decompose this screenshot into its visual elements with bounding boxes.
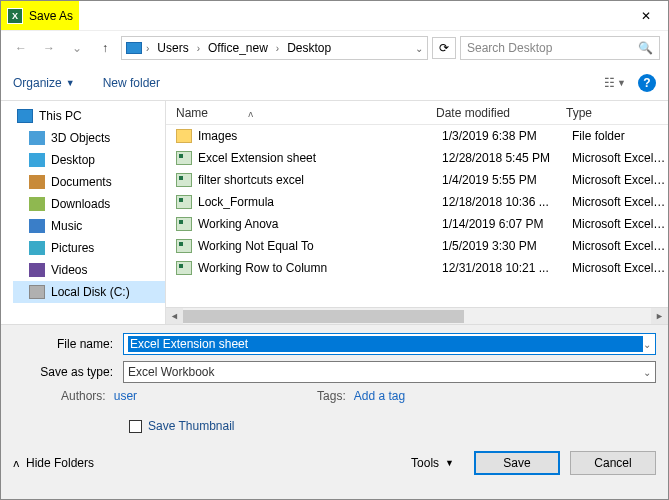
organize-button[interactable]: Organize ▼ [13,76,75,90]
breadcrumb-desktop[interactable]: Desktop [283,39,335,57]
tools-label: Tools [411,456,439,470]
type-select[interactable]: Excel Workbook ⌄ [123,361,656,383]
sidebar-item-3d-objects[interactable]: 3D Objects [13,127,165,149]
address-dropdown[interactable]: ⌄ [415,43,423,54]
pc-icon [126,42,142,54]
excel-file-icon [176,173,192,187]
file-row[interactable]: Lock_Formula12/18/2018 10:36 ...Microsof… [176,191,668,213]
file-row[interactable]: Working Row to Column12/31/2018 10:21 ..… [176,257,668,279]
file-name: Working Anova [198,217,442,231]
excel-file-icon [176,195,192,209]
chevron-down-icon: ▼ [66,78,75,88]
refresh-icon: ⟳ [439,41,449,55]
filename-input[interactable]: Excel Extension sheet ⌄ [123,333,656,355]
recent-dropdown[interactable]: ⌄ [65,36,89,60]
pictures-icon [29,241,45,255]
chevron-right-icon: › [276,43,279,54]
file-date: 12/31/2018 10:21 ... [442,261,572,275]
breadcrumb-users[interactable]: Users [153,39,192,57]
chevron-down-icon[interactable]: ⌄ [643,367,651,378]
save-thumbnail-row[interactable]: Save Thumbnail [129,419,656,433]
sidebar-item-videos[interactable]: Videos [13,259,165,281]
hide-folders-label: Hide Folders [26,456,94,470]
thumbnail-checkbox[interactable] [129,420,142,433]
scroll-right-icon[interactable]: ► [651,308,668,324]
column-header-type[interactable]: Type [566,106,668,120]
chevron-up-icon: ʌ [13,457,20,470]
file-date: 1/5/2019 3:30 PM [442,239,572,253]
sidebar-label: Local Disk (C:) [51,285,130,299]
horizontal-scrollbar[interactable]: ◄ ► [166,307,668,324]
column-header-date[interactable]: Date modified [436,106,566,120]
chevron-right-icon: › [146,43,149,54]
col-label: Name [176,106,208,120]
chevron-right-icon: › [197,43,200,54]
sidebar-item-desktop[interactable]: Desktop [13,149,165,171]
music-icon [29,219,45,233]
tags-label: Tags: [317,389,346,403]
sidebar-label: Videos [51,263,87,277]
file-type: Microsoft Excel W... [572,261,668,275]
file-row[interactable]: Images1/3/2019 6:38 PMFile folder [176,125,668,147]
organize-label: Organize [13,76,62,90]
file-name: Images [198,129,442,143]
authors-value[interactable]: user [114,389,137,403]
metadata-row: Authors: user Tags: Add a tag [13,389,656,403]
file-list[interactable]: Images1/3/2019 6:38 PMFile folderExcel E… [166,125,668,307]
sidebar-item-downloads[interactable]: Downloads [13,193,165,215]
forward-button[interactable]: → [37,36,61,60]
sidebar-label: Music [51,219,82,233]
help-button[interactable]: ? [638,74,656,92]
pc-icon [17,109,33,123]
navbar: ← → ⌄ ↑ › Users › Office_new › Desktop ⌄… [1,31,668,65]
videos-icon [29,263,45,277]
sidebar-item-music[interactable]: Music [13,215,165,237]
file-type: File folder [572,129,668,143]
close-button[interactable]: ✕ [624,1,668,30]
file-list-pane: Nameʌ Date modified Type Images1/3/2019 … [166,101,668,324]
scroll-left-icon[interactable]: ◄ [166,308,183,324]
breadcrumb-office[interactable]: Office_new [204,39,272,57]
address-bar[interactable]: › Users › Office_new › Desktop ⌄ [121,36,428,60]
sidebar-label: 3D Objects [51,131,110,145]
sidebar: This PC 3D Objects Desktop Documents Dow… [1,101,165,324]
file-name: Lock_Formula [198,195,442,209]
scroll-track[interactable] [183,308,651,324]
sidebar-item-pictures[interactable]: Pictures [13,237,165,259]
sidebar-item-local-disk[interactable]: Local Disk (C:) [13,281,165,303]
save-form: File name: Excel Extension sheet ⌄ Save … [1,324,668,500]
file-type: Microsoft Excel W... [572,195,668,209]
file-row[interactable]: Working Not Equal To1/5/2019 3:30 PMMicr… [176,235,668,257]
sidebar-label: Downloads [51,197,110,211]
sidebar-item-documents[interactable]: Documents [13,171,165,193]
refresh-button[interactable]: ⟳ [432,37,456,59]
sidebar-item-this-pc[interactable]: This PC [13,105,165,127]
column-header-name[interactable]: Nameʌ [176,106,436,120]
arrow-up-icon: ↑ [102,41,108,55]
up-button[interactable]: ↑ [93,36,117,60]
search-input[interactable]: Search Desktop 🔍 [460,36,660,60]
scroll-thumb[interactable] [183,310,464,323]
button-group: Tools ▼ Save Cancel [411,451,656,475]
hide-folders-button[interactable]: ʌ Hide Folders [13,456,94,470]
file-row[interactable]: Excel Extension sheet12/28/2018 5:45 PMM… [176,147,668,169]
back-button[interactable]: ← [9,36,33,60]
tools-dropdown[interactable]: Tools ▼ [411,456,454,470]
tags-value[interactable]: Add a tag [354,389,405,403]
file-row[interactable]: filter shortcuts excel1/4/2019 5:55 PMMi… [176,169,668,191]
file-date: 12/28/2018 5:45 PM [442,151,572,165]
chevron-down-icon[interactable]: ⌄ [643,339,651,350]
file-type: Microsoft Excel W... [572,151,668,165]
view-button[interactable]: ☷ ▼ [604,76,626,90]
save-button[interactable]: Save [474,451,560,475]
file-type: Microsoft Excel W... [572,239,668,253]
cancel-button[interactable]: Cancel [570,451,656,475]
type-label: Save as type: [13,365,123,379]
file-date: 1/4/2019 5:55 PM [442,173,572,187]
disk-icon [29,285,45,299]
sidebar-label: Documents [51,175,112,189]
title-accent: X Save As [1,1,79,30]
documents-icon [29,175,45,189]
file-row[interactable]: Working Anova1/14/2019 6:07 PMMicrosoft … [176,213,668,235]
new-folder-button[interactable]: New folder [103,76,160,90]
